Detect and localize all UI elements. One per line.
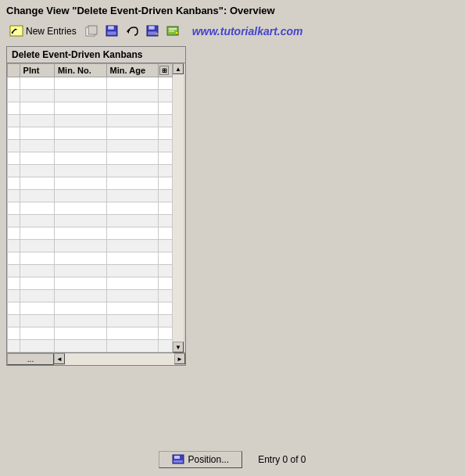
svg-rect-16 [169,30,174,32]
cell-min-no [54,102,106,115]
row-sel[interactable] [8,227,20,240]
cell-plnt [20,215,54,227]
row-sel[interactable] [8,90,20,102]
cell-min-age [106,165,159,177]
cell-min-no [54,90,106,102]
cell-min-no [54,190,106,202]
position-button[interactable]: Position... [159,451,242,468]
cell-min-age [106,140,159,152]
cell-min-age [106,340,159,353]
cell-plnt [20,240,54,252]
svg-rect-11 [148,26,155,30]
svg-rect-19 [174,456,180,459]
cell-min-no [54,177,106,190]
cell-min-age [106,252,159,265]
row-sel[interactable] [8,302,20,315]
cell-min-no [54,327,106,340]
cell-min-age [106,127,159,140]
col-header-plnt: Plnt [20,64,54,77]
cell-min-no [54,252,106,265]
copy-button[interactable] [83,23,100,40]
watermark-text: www.tutorialkart.com [192,25,303,38]
cell-end [159,190,173,202]
table-row [8,127,173,140]
col-resize-header[interactable]: ⊞ [159,64,173,77]
data-table: Plnt Min. No. Min. Age ⊞ [7,63,173,353]
cell-min-no [54,290,106,302]
cell-plnt [20,127,54,140]
row-sel[interactable] [8,290,20,302]
scroll-down-button[interactable]: ▼ [173,342,184,353]
row-sel[interactable] [8,140,20,152]
row-sel[interactable] [8,77,20,90]
cell-plnt [20,252,54,265]
save2-button[interactable]: + [144,23,161,40]
row-sel[interactable] [8,177,20,190]
table-row [8,165,173,177]
cell-end [159,215,173,227]
scroll-right-icon: ► [177,356,183,363]
cell-end [159,165,173,177]
row-sel[interactable] [8,215,20,227]
cell-end [159,315,173,327]
export-button[interactable] [164,23,181,40]
table-row [8,190,173,202]
cell-end [159,302,173,315]
position-btn-label: Position... [188,454,229,465]
table-row [8,327,173,340]
toolbar: New Entries + [0,20,465,43]
row-sel[interactable] [8,127,20,140]
cell-min-age [106,115,159,127]
cell-min-no [54,202,106,215]
cell-plnt [20,265,54,277]
table-row [8,240,173,252]
cell-plnt [20,302,54,315]
new-entries-button[interactable]: New Entries [6,23,80,39]
row-sel[interactable] [8,152,20,165]
save-icon [105,25,119,38]
col-resize-icon[interactable]: ⊞ [159,66,169,75]
scroll-right-button[interactable]: ► [174,353,185,364]
row-sel[interactable] [8,340,20,353]
cell-min-age [106,277,159,290]
new-entries-label: New Entries [26,26,77,37]
cell-min-no [54,140,106,152]
scroll-track-horizontal[interactable] [65,353,174,365]
cell-min-no [54,315,106,327]
bottom-area: Position... Entry 0 of 0 [0,451,465,468]
row-sel[interactable] [8,277,20,290]
svg-rect-7 [108,26,114,30]
svg-marker-9 [127,29,129,34]
row-sel[interactable] [8,102,20,115]
scroll-position-button[interactable]: ... [7,353,54,365]
cell-end [159,202,173,215]
cell-end [159,340,173,353]
right-panel [192,46,459,366]
cell-plnt [20,152,54,165]
row-sel[interactable] [8,265,20,277]
row-sel[interactable] [8,202,20,215]
row-sel[interactable] [8,327,20,340]
vertical-scrollbar: ▲ ▼ [173,63,185,353]
scroll-left-button[interactable]: ◄ [54,353,65,364]
table-row [8,140,173,152]
cell-plnt [20,227,54,240]
row-sel[interactable] [8,315,20,327]
save-button[interactable] [103,23,120,40]
row-sel[interactable] [8,165,20,177]
scroll-left-icon: ◄ [56,356,63,363]
scroll-up-button[interactable]: ▲ [173,63,184,74]
row-sel[interactable] [8,115,20,127]
cell-min-age [106,102,159,115]
row-sel[interactable] [8,190,20,202]
row-sel[interactable] [8,252,20,265]
table-panel: Delete Event-Driven Kanbans Plnt Min. No… [6,46,186,366]
svg-rect-0 [10,26,23,36]
scroll-track-vertical[interactable] [173,74,184,342]
cell-min-no [54,277,106,290]
row-sel[interactable] [8,240,20,252]
undo-button[interactable] [123,23,141,40]
cell-plnt [20,340,54,353]
cell-min-age [106,77,159,90]
cell-end [159,115,173,127]
